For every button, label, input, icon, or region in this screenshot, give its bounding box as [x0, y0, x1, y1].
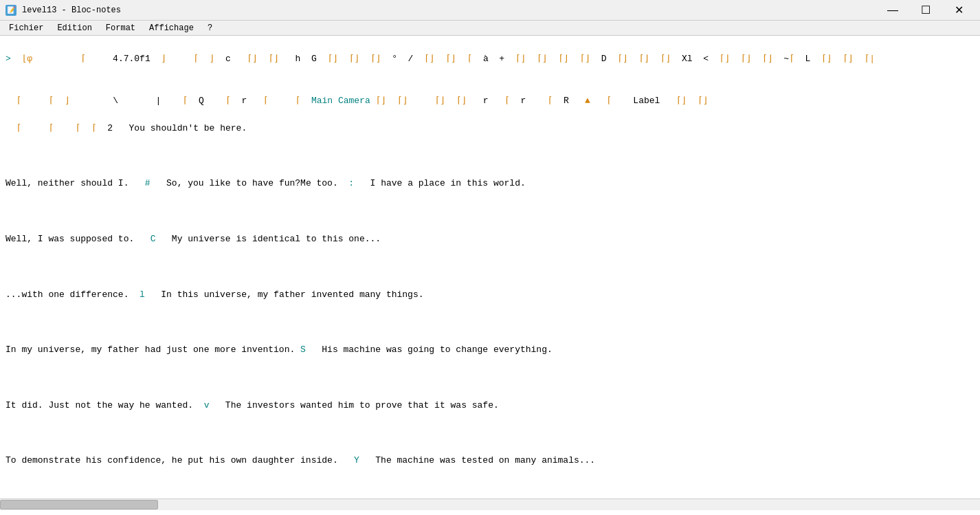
line-blank-7: [5, 482, 975, 496]
line-blank-3: [5, 260, 975, 274]
window-controls: — ☐ ✕: [877, 0, 975, 21]
menu-bar: Fichier Edition Format Affichage ?: [0, 21, 980, 36]
title-bar: 📝 level13 - Bloc-notes — ☐ ✕: [0, 0, 980, 21]
maximize-button[interactable]: ☐: [910, 0, 942, 21]
scrollbar-thumb[interactable]: [0, 500, 158, 509]
menu-affichage[interactable]: Affichage: [143, 21, 200, 35]
menu-format[interactable]: Format: [100, 21, 142, 35]
line-3: ⌈ ⌈ ⌈ ⌈ 2 You shouldn't be here.: [5, 122, 975, 135]
line-blank-1: [5, 149, 975, 163]
line-5: Well, I was supposed to. C My universe i…: [5, 232, 975, 246]
line-4: Well, neither should I. # So, you like t…: [5, 177, 975, 190]
line-1: > ⌊φ ⌈ 4.7.0f1 ⌋ ⌈ ⌋ c ⌈⌋ ⌈⌋ h G ⌈⌋ ⌈⌋ ⌈…: [5, 52, 975, 66]
line-6: ...with one difference. l In this univer…: [5, 288, 975, 302]
line-blank-6: [5, 426, 975, 440]
line-blank-2: [5, 205, 975, 219]
line-9: To demonstrate his confidence, he put hi…: [5, 454, 975, 468]
text-editor-content[interactable]: > ⌊φ ⌈ 4.7.0f1 ⌋ ⌈ ⌋ c ⌈⌋ ⌈⌋ h G ⌈⌋ ⌈⌋ ⌈…: [0, 36, 980, 498]
line-7: In my universe, my father had just one m…: [5, 343, 975, 357]
line-8: It did. Just not the way he wanted. v Th…: [5, 399, 975, 413]
line-blank-4: [5, 316, 975, 329]
line-blank-5: [5, 371, 975, 384]
menu-fichier[interactable]: Fichier: [3, 21, 49, 35]
menu-help[interactable]: ?: [201, 21, 219, 35]
minimize-button[interactable]: —: [877, 0, 909, 21]
close-button[interactable]: ✕: [943, 0, 975, 21]
title-bar-left: 📝 level13 - Bloc-notes: [5, 5, 121, 16]
line-2: ⌈ ⌈ ⌋ \ | ⌈ Q ⌈ r ⌈ ⌈ Main Camera ⌈⌋ ⌈⌋ …: [5, 80, 975, 107]
window-title: level13 - Bloc-notes: [22, 6, 121, 15]
horizontal-scrollbar[interactable]: [0, 498, 980, 510]
app-icon: 📝: [5, 5, 16, 16]
menu-edition[interactable]: Edition: [51, 21, 98, 35]
